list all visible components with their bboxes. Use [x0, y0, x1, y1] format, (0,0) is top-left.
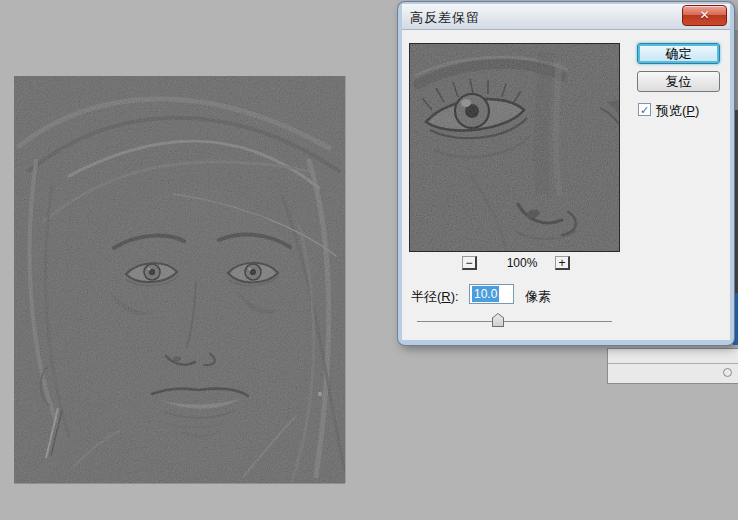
dialog-title: 高反差保留 — [410, 9, 480, 27]
dialog-titlebar[interactable]: 高反差保留 ✕ — [402, 4, 730, 30]
reset-button[interactable]: 复位 — [637, 71, 720, 92]
preview-checkbox-label: 预览(P) — [656, 102, 699, 120]
close-icon: ✕ — [699, 8, 709, 22]
background-panel-fragment — [607, 348, 738, 384]
checkmark-icon: ✓ — [640, 104, 649, 116]
radius-value-selected: 10.0 — [472, 286, 499, 302]
close-button[interactable]: ✕ — [682, 5, 727, 26]
radius-input[interactable]: 10.0 — [469, 284, 514, 304]
plus-icon: + — [558, 256, 565, 270]
photoshop-workspace: 高反差保留 ✕ — [0, 0, 738, 520]
ok-button[interactable]: 确定 — [637, 43, 720, 64]
radius-slider-track[interactable] — [417, 321, 612, 322]
filter-preview-thumbnail[interactable] — [409, 43, 620, 252]
zoom-in-button[interactable]: + — [555, 256, 570, 270]
high-pass-dialog: 高反差保留 ✕ — [398, 2, 734, 345]
dialog-client-area: − 100% + 半径(R): 10.0 像素 确定 复位 ✓ 预览(P) — [402, 30, 730, 340]
preview-checkbox[interactable]: ✓ — [638, 103, 651, 116]
radius-label: 半径(R): — [411, 288, 459, 306]
radius-unit-label: 像素 — [525, 288, 551, 306]
highpass-portrait-graphic — [14, 76, 345, 483]
zoom-out-button[interactable]: − — [462, 256, 477, 270]
minus-icon: − — [465, 256, 472, 270]
zoom-level-label: 100% — [492, 256, 552, 270]
preview-eye-nose-graphic — [410, 44, 619, 251]
panel-divider — [608, 363, 738, 364]
panel-circle-icon — [723, 368, 732, 377]
radius-slider-thumb[interactable] — [492, 313, 504, 327]
document-canvas-image[interactable] — [14, 76, 345, 483]
